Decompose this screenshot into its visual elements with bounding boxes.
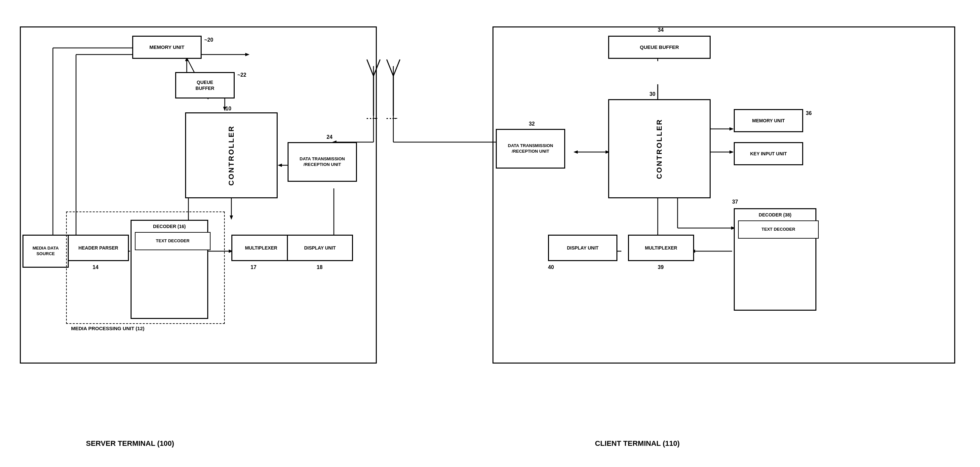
antenna-svg: ANT ANT: [357, 33, 423, 119]
server-queue-ref: ~22: [237, 72, 246, 78]
svg-line-66: [393, 59, 400, 76]
server-header-parser: HEADER PARSER: [68, 235, 129, 261]
client-title: CLIENT TERMINAL (110): [595, 439, 679, 448]
server-title: SERVER TERMINAL (100): [86, 439, 174, 448]
server-display-unit: DISPLAY UNIT: [287, 235, 353, 261]
svg-line-62: [367, 59, 374, 76]
server-decoder-label: DECODER (16): [153, 223, 186, 229]
client-decoder-label: DECODER (38): [759, 212, 792, 218]
client-multiplexer: MULTIPLEXER: [628, 235, 694, 261]
server-data-txrx: DATA TRANSMISSION /RECEPTION UNIT: [288, 142, 357, 182]
client-data-txrx: DATA TRANSMISSION /RECEPTION UNIT: [496, 129, 565, 168]
server-queue-buffer: QUEUE BUFFER: [175, 72, 235, 98]
client-memory-unit: MEMORY UNIT: [734, 109, 803, 132]
client-queue-ref: 34: [658, 27, 664, 33]
client-terminal-box: [493, 27, 955, 364]
client-decoder-ref: 37: [732, 199, 738, 205]
server-controller: CONTROLLER: [185, 112, 278, 198]
server-memory-unit: MEMORY UNIT: [132, 36, 202, 59]
svg-text:ANT: ANT: [385, 117, 397, 119]
svg-line-65: [387, 59, 393, 76]
server-memory-ref: ~20: [204, 37, 213, 43]
server-mpu-label: MEDIA PROCESSING UNIT (12): [71, 326, 145, 331]
server-controller-ref: 10: [226, 106, 231, 112]
svg-text:ANT: ANT: [365, 117, 377, 119]
server-header-ref: 14: [92, 264, 99, 270]
client-key-input: KEY INPUT UNIT: [734, 142, 803, 165]
client-mux-ref: 39: [658, 264, 664, 270]
client-text-decoder: TEXT DECODER: [738, 221, 819, 238]
diagram: SERVER TERMINAL (100) MEMORY UNIT ~20 QU…: [0, 0, 980, 467]
svg-line-63: [374, 59, 380, 76]
server-media-source: MEDIA DATA SOURCE: [22, 235, 69, 268]
client-memory-ref: 36: [806, 110, 812, 116]
server-display-ref: 18: [317, 264, 323, 270]
server-multiplexer: MULTIPLEXER: [231, 235, 291, 261]
server-txrx-ref: 24: [326, 134, 332, 140]
server-decoder-group: DECODER (16) VIDEO DECODER AUDIO DECODER…: [130, 220, 208, 319]
client-decoder-group: DECODER (38) VIDEO DECODER AUDIO DECODER…: [734, 208, 816, 311]
client-display-unit: DISPLAY UNIT: [548, 235, 617, 261]
server-mux-ref: 17: [251, 264, 256, 270]
client-controller-ref: 30: [649, 91, 655, 97]
server-text-decoder: TEXT DECODER: [135, 232, 210, 250]
client-display-ref: 40: [548, 264, 554, 270]
client-queue-buffer: QUEUE BUFFER: [608, 36, 711, 59]
client-txrx-ref: 32: [529, 121, 535, 127]
client-controller: CONTROLLER: [608, 99, 711, 198]
